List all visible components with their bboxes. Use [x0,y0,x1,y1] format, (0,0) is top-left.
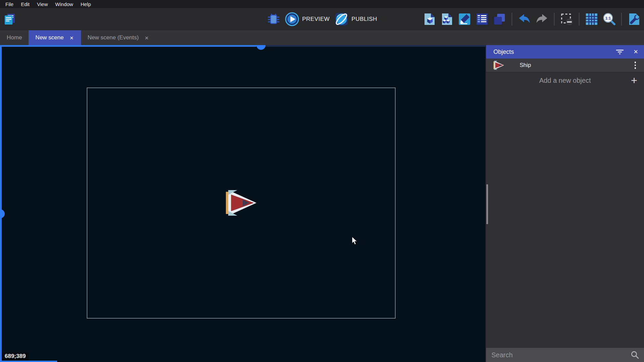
bottom-scrollbar-fill [0,361,57,362]
objects-panel: Objects × [485,45,644,362]
tab-home-label: Home [7,34,22,41]
layers-icon [493,12,506,26]
edit-scene-properties-button[interactable] [458,12,471,26]
tab-new-scene-events[interactable]: New scene (Events) × [81,30,156,45]
zoom-1-1-icon: 1:1 [602,12,616,26]
filter-objects-button[interactable] [615,48,624,56]
ship-object-thumbnail-icon [493,61,504,70]
grid-icon [585,12,598,26]
objects-panel-header: Objects × [486,45,644,59]
filter-icon [615,48,624,56]
publish-globe-icon [334,12,349,26]
toolbar-separator [621,13,622,26]
add-new-object-button[interactable]: Add a new object + [486,73,644,88]
menu-window[interactable]: Window [51,1,77,8]
instances-page-icon [440,12,454,26]
publish-button[interactable]: PUBLISH [334,12,377,26]
publish-label: PUBLISH [352,16,377,23]
toolbar-separator [554,13,555,26]
panel-scrollbar-thumb[interactable] [486,184,488,224]
project-manager-icon [3,13,16,26]
open-layers-editor-button[interactable] [493,12,506,26]
vertical-scrollbar-track[interactable] [0,45,2,362]
tab-close-icon[interactable]: × [144,35,149,41]
toggle-grid-button[interactable] [585,12,598,26]
menu-bar: File Edit View Window Help [0,0,644,8]
open-objects-editor-button[interactable] [423,12,436,26]
redo-button[interactable] [535,12,549,26]
object-name-label: Ship [520,62,633,69]
objects-list-empty-area[interactable] [486,88,644,348]
clear-selection-button[interactable] [560,12,573,26]
undo-button[interactable] [518,12,531,26]
pencil-icon [458,12,471,26]
objects-panel-title: Objects [493,48,615,56]
project-manager-button[interactable] [3,13,16,26]
zoom-ratio-label: 1:1 [605,16,611,20]
instance-properties-button[interactable] [475,12,489,26]
toolbar-separator [512,13,512,26]
object-row-ship[interactable]: Ship [486,59,644,73]
add-new-object-label: Add a new object [539,77,591,84]
close-panel-icon[interactable]: × [634,48,638,56]
zoom-original-button[interactable]: 1:1 [602,12,616,26]
open-instances-list-button[interactable] [440,12,454,26]
scene-canvas[interactable]: 689;389 [0,45,485,362]
menu-edit[interactable]: Edit [17,1,33,8]
undo-icon [518,12,531,26]
vertical-scrollbar-thumb[interactable] [0,209,5,218]
editor-tab-bar: Home New scene × New scene (Events) × [0,30,644,45]
preview-label: PREVIEW [302,16,330,23]
horizontal-scrollbar-track[interactable] [0,45,485,47]
tab-new-scene-events-label: New scene (Events) [88,34,139,41]
menu-help[interactable]: Help [77,1,95,8]
preview-play-icon [285,12,299,26]
wrench-icon [627,12,641,26]
gdevelop-window: File Edit View Window Help [0,0,644,362]
ship-sprite-instance[interactable] [226,189,257,216]
objects-search-input[interactable] [491,351,631,359]
tab-new-scene-label: New scene [35,34,64,41]
menu-file[interactable]: File [2,1,17,8]
tab-new-scene[interactable]: New scene × [29,30,81,45]
debugger-button[interactable] [267,12,280,26]
properties-list-icon [475,12,489,26]
horizontal-scrollbar-thumb[interactable] [256,45,266,50]
tab-home[interactable]: Home [0,30,29,45]
debugger-bug-icon [267,12,280,26]
toolbar-separator [579,13,579,26]
redo-icon [535,12,549,26]
objects-page-icon [423,12,436,26]
preview-button[interactable]: PREVIEW [285,12,330,26]
menu-view[interactable]: View [33,1,51,8]
objects-search-bar [486,348,644,362]
object-menu-kebab-icon[interactable] [633,60,638,70]
tab-close-icon[interactable]: × [69,35,74,41]
cursor-coordinates: 689;389 [2,352,29,361]
horizontal-scrollbar-fill [0,45,256,47]
plus-icon[interactable]: + [631,75,637,86]
deselect-icon [560,12,573,26]
main-toolbar: PREVIEW PUBLISH [0,8,644,30]
extra-tools-button[interactable] [627,12,641,26]
search-icon [631,351,639,359]
